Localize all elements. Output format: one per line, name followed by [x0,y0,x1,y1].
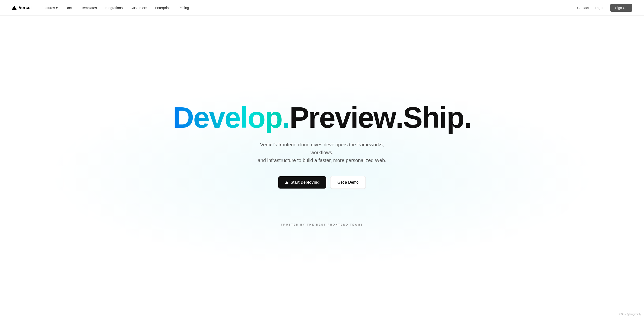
nav-item-enterprise[interactable]: Enterprise [155,6,170,10]
nav-logo[interactable]: Vercel [12,5,32,10]
navbar: Vercel Features ▾ Docs Templates Integra… [0,0,644,16]
start-deploying-button[interactable]: Start Deploying [278,176,326,188]
nav-customers-label[interactable]: Customers [130,6,147,10]
get-demo-button[interactable]: Get a Demo [330,176,366,189]
nav-login-link[interactable]: Log In [595,6,604,10]
nav-signup-button[interactable]: Sign Up [610,4,632,12]
hero-headline: Develop . Preview . Ship . [173,102,471,133]
hero-subtitle-line2: and infrastructure to build a faster, mo… [258,158,386,163]
nav-features-label[interactable]: Features ▾ [42,6,58,10]
headline-dot1: . [282,102,290,133]
headline-ship: Ship [403,102,464,133]
headline-dot2: . [396,102,403,133]
nav-left: Vercel Features ▾ Docs Templates Integra… [12,5,189,10]
nav-item-docs[interactable]: Docs [66,6,73,10]
nav-enterprise-label[interactable]: Enterprise [155,6,170,10]
nav-item-integrations[interactable]: Integrations [105,6,122,10]
nav-pricing-label[interactable]: Pricing [178,6,189,10]
nav-links: Features ▾ Docs Templates Integrations C… [42,6,189,10]
hero-subtitle-line1: Vercel's frontend cloud gives developers… [260,142,384,155]
nav-item-customers[interactable]: Customers [130,6,147,10]
trusted-label: TRUSTED BY THE BEST FRONTEND TEAMS [281,223,363,226]
hero-subtitle: Vercel's frontend cloud gives developers… [248,141,396,164]
chevron-down-icon: ▾ [56,6,58,10]
headline-dot3: . [464,102,471,133]
headline-preview: Preview [290,102,396,133]
nav-contact-link[interactable]: Contact [577,6,589,10]
watermark: CSDN @longm龙斯 [619,312,641,316]
headline-develop: Develop [173,102,282,133]
nav-templates-label[interactable]: Templates [81,6,97,10]
nav-docs-label[interactable]: Docs [66,6,73,10]
start-deploying-label: Start Deploying [290,180,320,184]
vercel-logo-triangle-icon [12,6,17,10]
deploy-triangle-icon [285,181,288,184]
nav-item-features[interactable]: Features ▾ [42,6,58,10]
nav-item-pricing[interactable]: Pricing [178,6,189,10]
nav-integrations-label[interactable]: Integrations [105,6,122,10]
nav-right: Contact Log In Sign Up [577,4,632,12]
nav-logo-text: Vercel [19,5,32,10]
nav-item-templates[interactable]: Templates [81,6,97,10]
hero-buttons: Start Deploying Get a Demo [278,176,366,189]
hero-section: Develop . Preview . Ship . Vercel's fron… [0,0,644,318]
